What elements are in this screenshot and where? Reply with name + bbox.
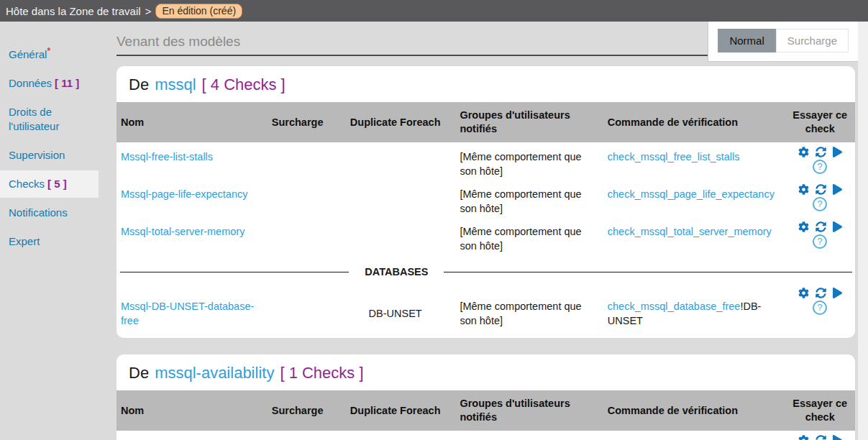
template-card-mssql-availability: De mssql-availability [ 1 Checks ] Nom S… [117, 354, 855, 440]
duplicate-foreach-cell [334, 431, 456, 440]
scrollbar-track[interactable] [858, 22, 868, 440]
col-header-commande: Commande de vérification [604, 390, 785, 431]
sidebar-item-droits-utilisateur[interactable]: Droits de l'utilisateur [0, 98, 99, 140]
check-row: Mssql-free-list-stalls [Même comportemen… [117, 142, 855, 180]
view-mode-toggle: Normal Surcharge [708, 22, 858, 62]
col-header-duplicate-foreach: Duplicate Foreach [334, 102, 456, 142]
gear-refresh-icon[interactable] [816, 435, 826, 440]
col-header-nom: Nom [117, 102, 260, 142]
sidebar-item-general[interactable]: Général* [0, 37, 99, 68]
col-header-surcharge: Surcharge [260, 102, 334, 142]
surcharge-cell [260, 283, 334, 329]
col-header-nom: Nom [117, 390, 260, 431]
checks-table: Nom Surcharge Duplicate Foreach Groupes … [117, 102, 855, 329]
divider-line [444, 272, 852, 272]
command-link[interactable]: check_mssql_page_life_expectancy [608, 188, 775, 200]
sidebar-item-label: Checks [9, 178, 45, 190]
notified-groups-cell: [Même comportement que son hôte] [460, 151, 581, 177]
check-row: Mssql-page-life-expectancy [Même comport… [117, 180, 855, 217]
col-header-commande: Commande de vérification [604, 102, 785, 142]
col-header-surcharge: Surcharge [260, 390, 334, 431]
check-name-link[interactable]: Mssql-DB-UNSET-database-free [121, 301, 254, 326]
help-icon[interactable]: ? [813, 197, 827, 211]
col-header-essayer-check: Essayer ce check [785, 102, 855, 142]
col-header-duplicate-foreach: Duplicate Foreach [334, 390, 456, 431]
item-count: [ 11 ] [55, 77, 79, 89]
surcharge-cell [260, 431, 334, 440]
sidebar-item-label: Données [9, 77, 52, 89]
sidebar-item-label: Supervision [9, 149, 65, 161]
notified-groups-cell: [Même comportement que son hôte] [460, 226, 581, 252]
gear-refresh-icon[interactable] [816, 288, 826, 298]
sidebar-item-label: Notifications [9, 206, 68, 219]
breadcrumb[interactable]: Hôte dans la Zone de travail [6, 5, 141, 17]
notified-groups-cell: [Même comportement que son hôte] [460, 301, 581, 326]
command-link[interactable]: check_mssql_total_server_memory [608, 226, 772, 237]
duplicate-foreach-cell [334, 180, 456, 217]
sidebar-item-checks[interactable]: Checks[ 5 ] [0, 170, 99, 198]
check-row: Mssql-total-server-memory [Même comporte… [117, 217, 855, 255]
duplicate-foreach-cell: DB-UNSET [334, 283, 456, 329]
surcharge-cell [260, 180, 334, 217]
card-title-prefix: De [129, 364, 149, 382]
group-divider-label: DATABASES [349, 265, 444, 279]
col-header-groupes-notifies: Groupes d'utilisateurs notifiés [456, 102, 603, 142]
table-header-row: Nom Surcharge Duplicate Foreach Groupes … [117, 390, 855, 431]
template-link[interactable]: mssql [155, 75, 196, 94]
gear-icon[interactable] [798, 288, 809, 298]
gear-refresh-icon[interactable] [816, 147, 826, 157]
check-row: Mssql-DB-UNSET-database-free DB-UNSET [M… [117, 283, 855, 329]
card-title: De mssql [ 4 Checks ] [117, 66, 855, 102]
gear-icon[interactable] [798, 184, 809, 195]
sidebar-item-donnees[interactable]: Données[ 11 ] [0, 70, 99, 97]
help-icon[interactable]: ? [813, 160, 827, 174]
command-link[interactable]: check_mssql_free_list_stalls [608, 151, 740, 162]
play-icon[interactable] [833, 221, 842, 232]
duplicate-foreach-cell [334, 217, 456, 255]
sidebar-item-label: Droits de l'utilisateur [9, 106, 59, 132]
sidebar-item-label: Expert [9, 235, 40, 247]
card-title-prefix: De [129, 75, 149, 94]
surcharge-cell [260, 217, 334, 255]
checks-count: [ 1 Checks ] [280, 364, 363, 382]
gear-icon[interactable] [798, 435, 809, 440]
template-link[interactable]: mssql-availability [155, 364, 274, 382]
template-card-mssql: De mssql [ 4 Checks ] Nom Surcharge Dupl… [117, 66, 855, 338]
help-icon[interactable]: ? [813, 301, 827, 315]
breadcrumb-separator: > [145, 5, 152, 17]
card-title: De mssql-availability [ 1 Checks ] [117, 354, 855, 390]
check-name-link[interactable]: Mssql-total-server-memory [121, 226, 245, 237]
toggle-surcharge-button[interactable]: Surcharge [776, 29, 849, 52]
help-icon[interactable]: ? [813, 234, 827, 249]
check-name-link[interactable]: Mssql-free-list-stalls [121, 151, 213, 162]
notified-groups-cell: [Même comportement que son hôte] [460, 188, 581, 214]
sidebar: Général* Données[ 11 ] Droits de l'utili… [0, 22, 108, 440]
play-icon[interactable] [833, 147, 842, 157]
play-icon[interactable] [833, 435, 842, 440]
item-count: [ 5 ] [47, 178, 67, 190]
sidebar-item-supervision[interactable]: Supervision [0, 142, 99, 169]
sidebar-item-notifications[interactable]: Notifications [0, 199, 99, 226]
play-icon[interactable] [833, 184, 842, 195]
sidebar-item-expert[interactable]: Expert [0, 228, 99, 255]
gear-refresh-icon[interactable] [816, 221, 826, 232]
gear-icon[interactable] [798, 221, 809, 232]
gear-icon[interactable] [798, 147, 809, 157]
toggle-normal-button[interactable]: Normal [718, 29, 775, 52]
checks-count: [ 4 Checks ] [202, 75, 285, 94]
topbar: Hôte dans la Zone de travail > En éditio… [0, 0, 868, 22]
command-link[interactable]: check_mssql_database_free [608, 301, 741, 312]
status-badge: En édition (créé) [155, 4, 242, 19]
required-asterisk: * [47, 46, 50, 56]
divider-line [120, 272, 349, 272]
play-icon[interactable] [833, 288, 842, 298]
sidebar-item-label: Général [9, 48, 47, 60]
check-row: Mssql-connection [Même comportement que … [117, 431, 855, 440]
gear-refresh-icon[interactable] [816, 184, 826, 195]
main-content: Normal Surcharge Venant des modèles De m… [108, 22, 868, 440]
surcharge-cell [260, 142, 334, 180]
col-header-groupes-notifies: Groupes d'utilisateurs notifiés [456, 390, 603, 431]
table-header-row: Nom Surcharge Duplicate Foreach Groupes … [117, 102, 855, 142]
group-divider-row: DATABASES [117, 255, 855, 283]
check-name-link[interactable]: Mssql-page-life-expectancy [121, 188, 248, 200]
